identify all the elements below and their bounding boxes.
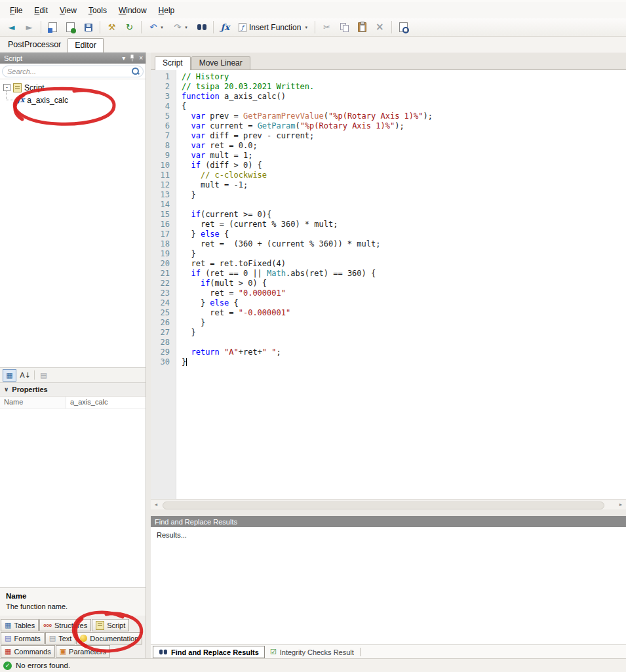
- search-icon[interactable]: [131, 67, 140, 75]
- sort-alphabetical-button[interactable]: A↓: [18, 369, 32, 382]
- code-line[interactable]: 10 if (diff > 0) {: [151, 161, 626, 170]
- tab-editor[interactable]: Editor: [68, 38, 104, 52]
- tab-move-linear[interactable]: Move Linear: [191, 56, 250, 69]
- tab-documentation[interactable]: Documentation: [76, 632, 142, 644]
- tree-node-script[interactable]: - Script: [0, 81, 146, 94]
- insert-function-button[interactable]: Insert Function ▾: [235, 19, 311, 35]
- tab-separator: [361, 648, 361, 656]
- code-line[interactable]: 23 ret = "0.000001": [151, 288, 626, 298]
- property-row-name[interactable]: Name a_axis_calc: [0, 397, 146, 409]
- code-line[interactable]: 30}: [151, 357, 626, 367]
- code-line[interactable]: 7 var diff = prev - current;: [151, 131, 626, 141]
- reload-button[interactable]: [62, 19, 79, 35]
- code-line[interactable]: 19 }: [151, 249, 626, 259]
- function-list-button[interactable]: ƒx: [217, 19, 233, 35]
- tab-script[interactable]: Script: [92, 619, 129, 631]
- code-line[interactable]: 4{: [151, 102, 626, 111]
- code-line[interactable]: 3function a_axis_calc(): [151, 92, 626, 102]
- tab-parameters[interactable]: ▣Parameters: [56, 645, 110, 658]
- window-menu-button[interactable]: ▾: [122, 55, 125, 62]
- menu-view[interactable]: View: [54, 3, 83, 18]
- code-editor[interactable]: 1// History2// tsipa 20.03.2021 Written.…: [151, 70, 626, 499]
- line-number: 22: [151, 279, 176, 288]
- scroll-right-button[interactable]: ►: [616, 500, 626, 509]
- code-line[interactable]: 6 var current = GetParam("%p(Rotary Axis…: [151, 121, 626, 131]
- code-line[interactable]: 20 ret = ret.toFixed(4): [151, 259, 626, 269]
- scrollbar-track[interactable]: [161, 501, 616, 509]
- save-button[interactable]: [80, 19, 96, 35]
- settings-button[interactable]: ⚒: [104, 19, 120, 35]
- scrollbar-thumb[interactable]: [163, 502, 604, 509]
- scroll-left-button[interactable]: ◄: [151, 500, 161, 509]
- code-line[interactable]: 2// tsipa 20.03.2021 Written.: [151, 82, 626, 92]
- tab-structures[interactable]: oooStructures: [39, 619, 91, 631]
- code-line[interactable]: 25 ret = "-0.000001": [151, 308, 626, 318]
- code-line[interactable]: 26 }: [151, 318, 626, 328]
- search-box[interactable]: [2, 66, 144, 77]
- code-line[interactable]: 17 } else {: [151, 229, 626, 239]
- vertical-splitter[interactable]: [146, 52, 151, 659]
- menu-edit[interactable]: Edit: [28, 3, 54, 18]
- menu-tools[interactable]: Tools: [83, 3, 113, 18]
- code-line[interactable]: 27 }: [151, 328, 626, 338]
- copy-button[interactable]: [336, 19, 353, 35]
- chevron-down-icon: ▾: [161, 25, 163, 30]
- forward-button[interactable]: ►: [21, 19, 37, 35]
- code-line[interactable]: 9 var mult = 1;: [151, 151, 626, 161]
- tab-find-replace-results[interactable]: Find and Replace Results: [153, 646, 265, 658]
- line-number: 18: [151, 239, 176, 249]
- code-line[interactable]: 16 ret = (current % 360) * mult;: [151, 220, 626, 229]
- property-pages-button[interactable]: ▤: [37, 369, 50, 382]
- code-line[interactable]: 5 var prev = GetParamPrevValue("%p(Rotar…: [151, 111, 626, 121]
- horizontal-scrollbar[interactable]: ◄ ►: [151, 499, 626, 509]
- code-line[interactable]: 12 mult = -1;: [151, 180, 626, 190]
- code-line[interactable]: 8 var ret = 0.0;: [151, 141, 626, 151]
- refresh-button[interactable]: ↻: [121, 19, 138, 35]
- code-line[interactable]: 28: [151, 338, 626, 347]
- code-line[interactable]: 1// History: [151, 72, 626, 82]
- search-bar: [0, 64, 146, 79]
- tab-commands[interactable]: ▦Commands: [1, 645, 55, 658]
- paste-button[interactable]: [354, 19, 370, 35]
- code-line[interactable]: 13 }: [151, 190, 626, 200]
- search-input[interactable]: [6, 67, 131, 76]
- horizontal-splitter[interactable]: [151, 509, 626, 516]
- properties-header[interactable]: ∨ Properties: [0, 383, 146, 397]
- open-document-button[interactable]: [45, 19, 61, 35]
- tab-script-editor[interactable]: Script: [155, 56, 191, 70]
- tree-expander-icon[interactable]: -: [3, 84, 10, 91]
- tree-node-a-axis-calc[interactable]: ƒx a_axis_calc: [0, 94, 146, 106]
- redo-button[interactable]: ↷▾: [169, 19, 192, 35]
- line-number: 13: [151, 190, 176, 200]
- code-line[interactable]: 22 if(mult > 0) {: [151, 279, 626, 288]
- back-button[interactable]: ◄: [3, 19, 20, 35]
- menu-file[interactable]: File: [4, 3, 28, 18]
- code-line[interactable]: 29 return "A"+ret+" ";: [151, 347, 626, 357]
- undo-button[interactable]: ↶▾: [145, 19, 168, 35]
- pin-button[interactable]: [129, 54, 135, 62]
- code-line[interactable]: 15 if(current >= 0){: [151, 210, 626, 220]
- close-icon[interactable]: ×: [139, 55, 143, 62]
- tab-postprocessor[interactable]: PostProcessor: [1, 38, 68, 52]
- undo-icon: ↶: [149, 23, 157, 31]
- property-value[interactable]: a_axis_calc: [66, 397, 146, 408]
- text-icon: ▤: [49, 635, 56, 642]
- documentation-icon: [80, 635, 87, 642]
- tab-integrity-checks[interactable]: ☑Integrity Checks Result: [265, 646, 359, 658]
- code-line[interactable]: 18 ret = (360 + (current % 360)) * mult;: [151, 239, 626, 249]
- categorized-button[interactable]: ▦: [3, 369, 16, 382]
- tab-formats[interactable]: ▤Formats: [1, 632, 45, 644]
- find-in-document-button[interactable]: [395, 19, 412, 35]
- code-line[interactable]: 24 } else {: [151, 298, 626, 308]
- code-line[interactable]: 14: [151, 200, 626, 210]
- code-line[interactable]: 11 // c-clockwise: [151, 170, 626, 180]
- find-button[interactable]: [193, 19, 210, 35]
- menu-window[interactable]: Window: [113, 3, 153, 18]
- tab-text[interactable]: ▤Text: [45, 632, 76, 644]
- line-number: 5: [151, 111, 176, 121]
- tab-tables[interactable]: ▦Tables: [1, 619, 39, 631]
- menu-help[interactable]: Help: [153, 3, 181, 18]
- cut-button[interactable]: ✂: [319, 19, 335, 35]
- code-line[interactable]: 21 if (ret == 0 || Math.abs(ret) == 360)…: [151, 269, 626, 279]
- delete-button[interactable]: ×: [372, 19, 388, 35]
